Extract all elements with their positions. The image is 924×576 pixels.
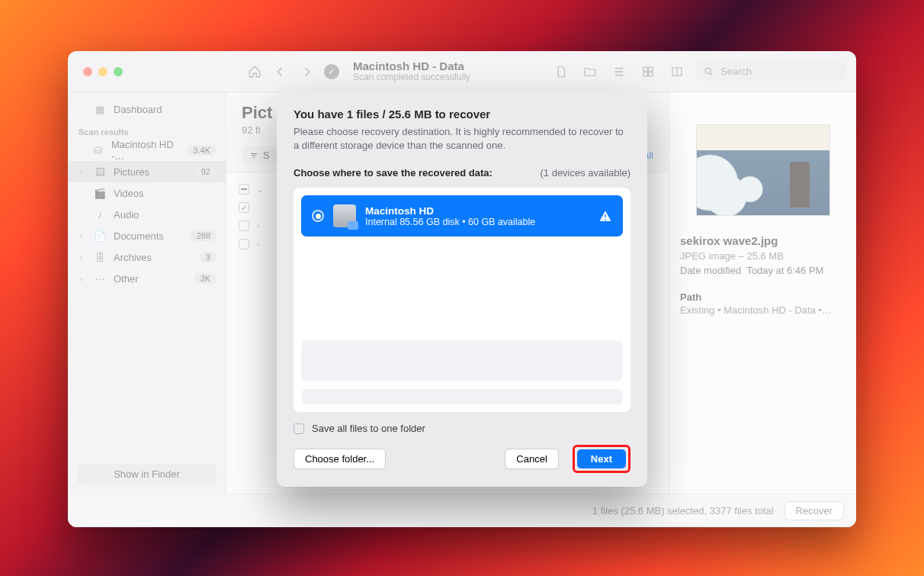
device-placeholder [301,389,623,404]
back-icon[interactable] [274,65,287,79]
sidebar-results-header: Scan results [68,120,226,140]
minimize-window-button[interactable] [98,67,107,76]
show-in-finder-button[interactable]: Show in Finder [77,464,217,484]
sidebar-dashboard-label: Dashboard [114,104,162,115]
sidebar: ▦ Dashboard Scan results ⛁ Macintosh HD … [68,92,226,494]
view-grid-icon[interactable] [638,63,658,80]
video-icon: 🎬 [94,188,106,199]
choose-label: Choose where to save the recovered data: [294,167,492,179]
scan-title-block: Macintosh HD - Data Scan completed succe… [353,60,470,83]
recover-button[interactable]: Recover [784,501,844,520]
sidebar-item-label: Other [114,273,139,285]
cancel-label: Cancel [516,453,547,465]
sidebar-item-label: Archives [114,252,152,263]
view-folder-icon[interactable] [580,63,600,80]
zoom-window-button[interactable] [114,67,123,76]
sidebar-item-documents[interactable]: › 📄 Documents 288 [68,225,226,246]
row-checkbox[interactable] [239,220,249,231]
device-placeholder [301,340,623,381]
modified-label: Date modified [680,265,741,276]
forward-icon[interactable] [300,65,313,79]
path-value: Existing • Macintosh HD - Data •… [680,304,845,316]
cancel-button[interactable]: Cancel [505,449,558,469]
selection-status: 1 files (25.6 MB) selected, 3377 files t… [592,505,774,516]
sidebar-item-other[interactable]: › ⋯ Other 3K [68,268,226,289]
warning-icon [598,209,612,223]
sidebar-item-audio[interactable]: ♪ Audio [68,204,226,225]
next-button[interactable]: Next [577,449,626,468]
search-icon [704,66,714,77]
svg-point-0 [705,68,711,73]
toolbar-right: Search [551,62,856,81]
audio-icon: ♪ [94,209,106,220]
toolbar-nav [248,65,313,79]
chevron-right-icon: › [257,240,259,249]
window-controls [68,67,226,76]
radio-selected-icon[interactable] [312,210,324,222]
sidebar-item-drive[interactable]: ⛁ Macintosh HD -… 3.4K [68,140,226,161]
row-checkbox[interactable] [239,239,249,249]
save-one-folder-label: Save all files to one folder [312,423,425,434]
devices-available: (1 devices available) [540,167,630,179]
chevron-down-icon[interactable]: ⌄ [257,185,263,194]
device-option[interactable]: Macintosh HD Internal 85.56 GB disk • 60… [301,195,623,237]
view-columns-icon[interactable] [667,63,687,80]
search-placeholder: Search [720,66,752,77]
sidebar-dashboard[interactable]: ▦ Dashboard [68,98,226,120]
count-badge: 3 [200,252,217,262]
chevron-right-icon[interactable]: › [80,275,86,283]
filter-pill[interactable]: S [242,146,278,164]
view-file-icon[interactable] [551,63,571,80]
dialog-description: Please choose recovery destination. It i… [294,125,630,152]
chevron-right-icon[interactable]: › [80,253,86,262]
sidebar-item-label: Macintosh HD -… [111,139,179,162]
device-text: Macintosh HD Internal 85.56 GB disk • 60… [365,205,535,227]
sidebar-item-label: Pictures [114,166,149,178]
grid-icon: ▦ [94,104,106,115]
scan-status: Scan completed successfully [353,72,470,83]
footer-bar: 1 files (25.6 MB) selected, 3377 files t… [68,494,856,527]
chevron-right-icon[interactable]: › [80,232,86,240]
scan-target: Macintosh HD - Data [353,60,470,72]
sidebar-item-label: Videos [114,188,144,199]
sidebar-item-label: Audio [114,209,139,220]
modified-value: Today at 6:46 PM [746,265,823,276]
chevron-right-icon[interactable]: › [80,168,86,176]
hdd-icon [333,204,356,227]
close-window-button[interactable] [83,67,92,76]
sidebar-item-archives[interactable]: › 🗄 Archives 3 [68,246,226,268]
recovery-dialog: You have 1 files / 25.6 MB to recover Pl… [277,91,647,487]
inspector-panel: sekirox wave2.jpg JPEG image – 25.6 MB D… [669,92,856,494]
titlebar: ✓ Macintosh HD - Data Scan completed suc… [68,51,856,92]
dialog-footer: Choose folder... Cancel Next [294,445,630,473]
next-label: Next [591,453,612,465]
sidebar-item-videos[interactable]: 🎬 Videos [68,182,226,204]
dialog-headline: You have 1 files / 25.6 MB to recover [294,108,630,121]
file-kind: JPEG image – 25.6 MB [680,250,845,262]
dialog-choose-row: Choose where to save the recovered data:… [294,167,630,179]
drive-icon: ⛁ [93,145,104,156]
device-list: Macintosh HD Internal 85.56 GB disk • 60… [294,188,630,412]
view-list-icon[interactable] [609,63,629,80]
save-one-folder-checkbox[interactable] [294,423,304,434]
file-name: sekirox wave2.jpg [680,234,845,247]
image-icon: 🖼 [94,166,106,178]
choose-folder-button[interactable]: Choose folder... [294,449,386,469]
file-modified: Date modified Today at 6:46 PM [680,265,845,276]
other-icon: ⋯ [94,273,106,285]
path-label: Path [680,291,845,303]
chevron-right-icon: › [257,222,259,230]
save-one-folder-row[interactable]: Save all files to one folder [294,423,630,434]
scan-complete-icon: ✓ [324,64,339,79]
count-badge: 288 [191,230,217,241]
show-in-finder-label: Show in Finder [114,468,180,480]
row-checkbox[interactable] [239,202,249,213]
tri-state-checkbox[interactable] [239,184,249,195]
home-icon[interactable] [248,65,261,79]
recover-label: Recover [796,505,833,516]
count-badge: 3.4K [187,145,217,156]
sidebar-item-pictures[interactable]: › 🖼 Pictures 92 [68,161,226,182]
sidebar-item-label: Documents [114,230,164,242]
filter-label: S [263,150,270,161]
search-field[interactable]: Search [696,62,845,81]
